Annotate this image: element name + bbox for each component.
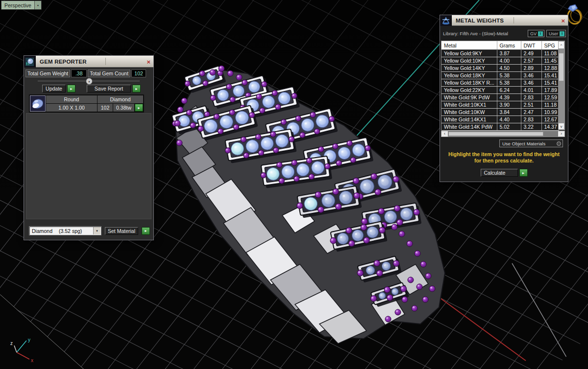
- gem-material-header: Diamond: [98, 95, 143, 103]
- cell-spg: 12.67: [541, 116, 559, 123]
- total-gem-count-label: Total Gem Count: [88, 69, 130, 77]
- set-material-button[interactable]: Set Material: [105, 227, 138, 235]
- gem-thumbnail: [30, 95, 46, 112]
- scroll-right-icon[interactable]: ›: [558, 131, 564, 137]
- user-toggle[interactable]: User I: [546, 30, 566, 37]
- table-row[interactable]: Yellow Gold:9KY3.872.4911.08: [441, 50, 559, 57]
- update-run-icon[interactable]: ►: [67, 85, 75, 92]
- panel-title: METAL WEIGHTS: [456, 18, 504, 23]
- material-dropdown[interactable]: Diamond (3.52 spg) ▼: [29, 226, 101, 235]
- cell-dwt: 2.89: [521, 65, 541, 72]
- gv-toggle-label: GV: [530, 31, 537, 36]
- col-grams: Grams: [497, 41, 521, 50]
- table-row[interactable]: White Gold:14KX14.402.8312.67: [441, 116, 559, 123]
- cell-spg: 11.08: [541, 50, 559, 57]
- table-row[interactable]: White Gold:10KX13.902.5111.18: [441, 101, 559, 109]
- viewport-title-chip[interactable]: Perspective ▼: [1, 0, 42, 10]
- update-button[interactable]: Update: [42, 85, 66, 92]
- table-row[interactable]: Yellow Gold:14KY4.502.8912.88: [441, 65, 559, 72]
- metal-table: Metal Grams DWT SPG Yellow Gold:9KY3.872…: [441, 41, 565, 130]
- col-spg: SPG: [541, 41, 559, 50]
- user-toggle-indicator: I: [560, 31, 564, 36]
- cell-metal: Yellow Gold:18KY R...: [441, 79, 497, 87]
- cell-grams: 4.40: [497, 116, 521, 123]
- cell-metal: Yellow Gold:9KY: [441, 50, 497, 57]
- panel-title: GEM REPORTER: [40, 59, 87, 65]
- calculate-button[interactable]: Calculate: [481, 169, 518, 177]
- metal-weights-panel: METAL WEIGHTS × Library: Fifth Ave - (Sl…: [440, 15, 568, 182]
- set-material-run-icon[interactable]: ►: [142, 227, 150, 235]
- gem-shape-header: Round: [46, 95, 97, 103]
- instruction-line-2: for then press calculate.: [440, 158, 568, 164]
- metal-weights-icon: [440, 15, 452, 26]
- cell-dwt: 2.57: [521, 57, 541, 65]
- gv-toggle[interactable]: GV I: [528, 30, 544, 37]
- horizontal-scroll-thumb[interactable]: [448, 132, 543, 136]
- gem-reporter-icon: [24, 56, 36, 68]
- cell-dwt: 2.47: [521, 109, 541, 116]
- scroll-left-icon[interactable]: ‹: [441, 131, 448, 137]
- cell-spg: 17.89: [541, 87, 559, 94]
- horizontal-scrollbar[interactable]: ‹ ›: [441, 131, 565, 137]
- table-row[interactable]: Yellow Gold:22KY6.244.0117.89: [441, 87, 559, 94]
- col-dwt: DWT: [521, 41, 541, 50]
- gem-summary-table: Round Diamond 1.00 X 1.00 102 0.38tw ►: [29, 94, 144, 113]
- horizontal-scroll-track[interactable]: [448, 131, 558, 137]
- cell-grams: 6.24: [497, 87, 521, 94]
- cell-metal: Yellow Gold:22KY: [441, 87, 497, 94]
- vertical-scroll-track[interactable]: [558, 49, 564, 123]
- axis-y-label: y: [28, 337, 30, 343]
- dropdown-arrow-icon[interactable]: ▼: [93, 227, 100, 234]
- table-row[interactable]: White Gold:10KW3.842.4710.99: [441, 109, 559, 116]
- cell-grams: 3.87: [497, 50, 521, 57]
- cell-dwt: 3.22: [521, 123, 541, 131]
- cell-metal: White Gold:9K PdW: [441, 94, 497, 101]
- gem-row-run-icon[interactable]: ►: [135, 104, 143, 112]
- metal-weights-titlebar[interactable]: METAL WEIGHTS ×: [440, 15, 568, 26]
- save-report-button[interactable]: Save Report: [87, 85, 131, 92]
- cell-grams: 3.84: [497, 109, 521, 116]
- cell-grams: 4.00: [497, 57, 521, 65]
- close-icon[interactable]: ×: [147, 58, 150, 65]
- cell-spg: 11.45: [541, 57, 559, 65]
- viewport-label: Perspective: [1, 1, 34, 9]
- table-row[interactable]: Yellow Gold:18KY5.383.4615.41: [441, 72, 559, 79]
- vertical-scroll-thumb[interactable]: [559, 53, 564, 81]
- material-dropdown-value: Diamond: [32, 228, 52, 234]
- calculate-run-icon[interactable]: ►: [519, 169, 528, 177]
- cell-metal: White Gold:14K PdW: [441, 123, 497, 131]
- cell-spg: 14.37: [541, 123, 559, 131]
- gem-reporter-panel: GEM REPORTER × Total Gem Weight .38 Tota…: [24, 55, 154, 240]
- viewport-dropdown-icon[interactable]: ▼: [34, 1, 41, 9]
- total-gem-weight-value: .38: [71, 69, 87, 77]
- scroll-up-icon[interactable]: ^: [558, 41, 564, 49]
- vertical-scrollbar[interactable]: ^ v: [558, 41, 564, 130]
- axis-x-line: [17, 352, 29, 359]
- titlebar-separator: [514, 17, 514, 23]
- axis-y-line: [17, 341, 26, 352]
- scroll-down-icon[interactable]: v: [558, 123, 564, 130]
- table-row[interactable]: White Gold:9K PdW4.392.8312.59: [441, 94, 559, 101]
- panel-divider: ▲: [38, 81, 140, 81]
- cell-dwt: 2.51: [521, 101, 541, 109]
- user-toggle-label: User: [549, 31, 558, 36]
- total-gem-count-value: 102: [131, 69, 146, 77]
- close-icon[interactable]: ×: [561, 17, 565, 23]
- cell-spg: 10.99: [541, 109, 559, 116]
- cell-metal: White Gold:10KW: [441, 109, 497, 116]
- collapse-handle[interactable]: ▲: [86, 78, 93, 85]
- table-row[interactable]: Yellow Gold:18KY R...5.383.4615.41: [441, 79, 559, 87]
- table-row[interactable]: Yellow Gold:10KY4.002.5711.45: [441, 57, 559, 65]
- metal-table-header: Metal Grams DWT SPG: [441, 41, 559, 50]
- cell-dwt: 3.46: [521, 72, 541, 79]
- cell-spg: 12.88: [541, 65, 559, 72]
- cell-dwt: 2.49: [521, 50, 541, 57]
- cell-grams: 4.50: [497, 65, 521, 72]
- viewport[interactable]: Perspective ▼ y x z GEM: [0, 0, 588, 369]
- table-row[interactable]: White Gold:14K PdW5.023.2214.37: [441, 123, 559, 131]
- cell-grams: 5.02: [497, 123, 521, 131]
- save-report-run-icon[interactable]: ►: [132, 85, 141, 92]
- gem-reporter-titlebar[interactable]: GEM REPORTER ×: [24, 56, 153, 68]
- cell-spg: 15.41: [541, 72, 559, 79]
- use-object-materials-button[interactable]: Use Object Materials: [499, 139, 563, 147]
